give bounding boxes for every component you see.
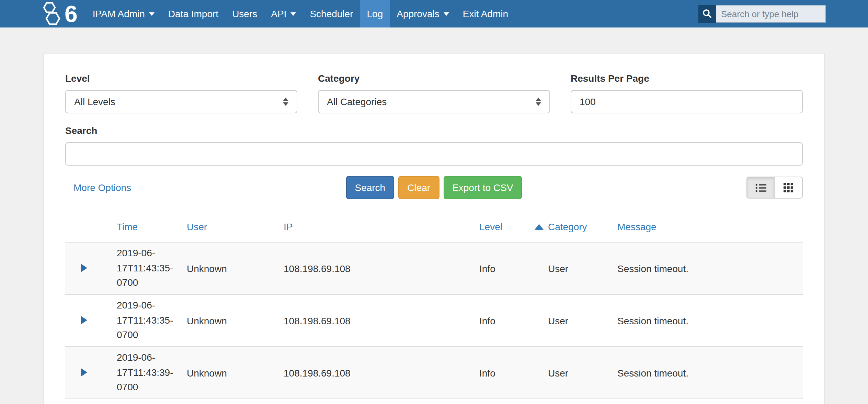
cell-ip: 108.198.69.108 (284, 263, 479, 274)
log-table: Time User IP Level Category Message 2019… (65, 221, 803, 399)
select-arrows-icon (536, 98, 541, 106)
cell-level: Info (479, 367, 548, 378)
search-label: Search (65, 125, 803, 136)
list-view-icon (755, 183, 766, 192)
table-header: Time User IP Level Category Message (65, 221, 803, 243)
cell-ip: 108.198.69.108 (284, 315, 479, 326)
nav-item-approvals[interactable]: Approvals (390, 0, 456, 27)
column-header-message[interactable]: Message (617, 221, 656, 232)
log-row: 2019-06-17T11:43:39-0700Unknown108.198.6… (65, 347, 803, 399)
nav-item-api[interactable]: API (264, 0, 303, 27)
main-nav: IPAM AdminData ImportUsersAPISchedulerLo… (86, 0, 515, 27)
nav-item-label: Users (232, 0, 257, 27)
grid-view-icon (784, 183, 793, 192)
filters-row: Level All Levels Category All Categories… (65, 73, 803, 113)
cell-time: 2019-06-17T11:43:35-0700 (117, 246, 187, 291)
cell-user: Unknown (187, 367, 284, 378)
cell-category: User (548, 367, 617, 378)
column-header-category[interactable]: Category (548, 221, 587, 232)
nav-item-label: IPAM Admin (93, 0, 145, 27)
level-select-value: All Levels (74, 96, 115, 107)
export-csv-button[interactable]: Export to CSV (443, 176, 522, 199)
grid-view-button[interactable] (775, 177, 803, 199)
search-section: Search (65, 125, 803, 166)
column-header-user[interactable]: User (187, 221, 207, 232)
more-options-link[interactable]: More Options (73, 182, 131, 193)
hexagon-logo-icon (40, 0, 63, 27)
nav-item-label: API (271, 0, 286, 27)
caret-down-icon (444, 12, 449, 15)
navbar-search-input[interactable] (716, 5, 826, 23)
cell-category: User (548, 263, 617, 274)
list-view-button[interactable] (746, 177, 775, 199)
cell-category: User (548, 315, 617, 326)
log-row: 2019-06-17T11:43:35-0700Unknown108.198.6… (65, 243, 803, 295)
navbar-search (698, 5, 826, 23)
cell-message: Session timeout. (617, 367, 803, 378)
nav-item-log[interactable]: Log (360, 0, 390, 27)
nav-item-ipam-admin[interactable]: IPAM Admin (86, 0, 161, 27)
top-navbar: 6 IPAM AdminData ImportUsersAPIScheduler… (0, 0, 868, 27)
app-logo[interactable]: 6 (40, 0, 78, 27)
nav-item-scheduler[interactable]: Scheduler (303, 0, 360, 27)
cell-message: Session timeout. (617, 315, 803, 326)
category-select[interactable]: All Categories (318, 90, 550, 113)
expand-row-icon[interactable] (81, 263, 87, 272)
cell-time: 2019-06-17T11:43:39-0700 (117, 350, 187, 395)
nav-item-label: Approvals (397, 0, 439, 27)
level-select[interactable]: All Levels (65, 90, 297, 113)
expand-row-icon[interactable] (81, 368, 87, 376)
results-per-page-filter: Results Per Page (571, 73, 803, 113)
cell-level: Info (479, 263, 548, 274)
cell-level: Info (479, 315, 548, 326)
table-body: 2019-06-17T11:43:35-0700Unknown108.198.6… (65, 243, 803, 399)
column-header-time[interactable]: Time (117, 221, 138, 232)
level-filter: Level All Levels (65, 73, 297, 113)
search-icon[interactable] (698, 5, 716, 23)
nav-item-label: Log (367, 0, 383, 27)
nav-item-label: Exit Admin (463, 0, 508, 27)
clear-button[interactable]: Clear (398, 176, 439, 199)
view-toggle-group (746, 177, 803, 199)
nav-item-data-import[interactable]: Data Import (161, 0, 225, 27)
log-search-input[interactable] (65, 142, 803, 166)
expander-column-header (65, 221, 117, 232)
expand-row-icon[interactable] (81, 316, 87, 324)
cell-time: 2019-06-17T11:43:35-0700 (117, 298, 187, 343)
actions-row: More Options Search Clear Export to CSV (65, 176, 803, 199)
level-label: Level (65, 73, 297, 84)
cell-ip: 108.198.69.108 (284, 367, 479, 378)
nav-item-label: Scheduler (310, 0, 353, 27)
select-arrows-icon (283, 98, 288, 106)
page-root: 6 IPAM AdminData ImportUsersAPIScheduler… (0, 0, 868, 404)
cell-user: Unknown (187, 263, 284, 274)
nav-item-label: Data Import (168, 0, 218, 27)
column-header-level[interactable]: Level (479, 221, 502, 232)
nav-item-users[interactable]: Users (225, 0, 264, 27)
results-per-page-input[interactable] (571, 90, 803, 113)
log-row: 2019-06-17T11:43:35-0700Unknown108.198.6… (65, 295, 803, 347)
column-header-ip[interactable]: IP (284, 221, 293, 232)
category-select-value: All Categories (327, 96, 387, 107)
caret-down-icon (290, 12, 296, 15)
results-per-page-label: Results Per Page (571, 73, 803, 84)
nav-item-exit-admin[interactable]: Exit Admin (456, 0, 515, 27)
log-panel: Level All Levels Category All Categories… (43, 53, 825, 404)
caret-down-icon (149, 12, 155, 15)
brand-numeral: 6 (65, 0, 78, 27)
category-filter: Category All Categories (318, 73, 550, 113)
category-label: Category (318, 73, 550, 84)
sort-ascending-icon[interactable] (534, 224, 544, 230)
cell-message: Session timeout. (617, 263, 803, 274)
cell-user: Unknown (187, 315, 284, 326)
search-button[interactable]: Search (346, 176, 394, 199)
